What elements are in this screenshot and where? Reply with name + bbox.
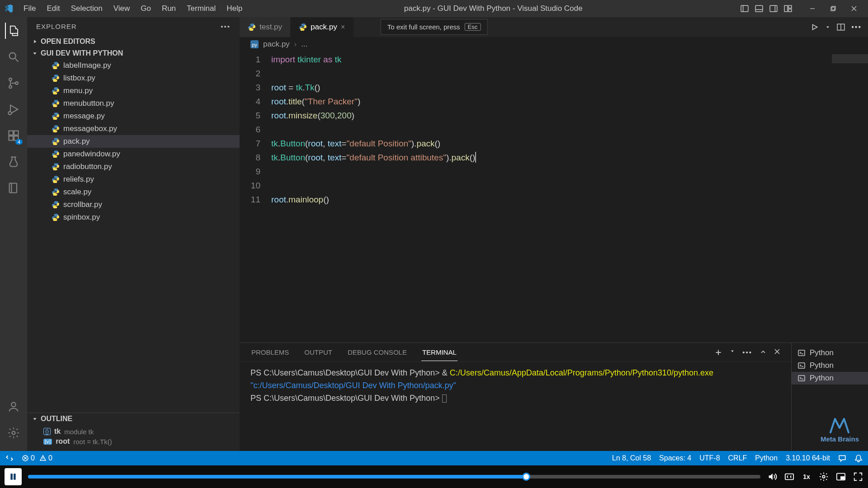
interpreter[interactable]: 3.10.10 64-bit: [786, 454, 830, 462]
fullscreen-icon[interactable]: [853, 471, 863, 482]
outline-item[interactable]: [ᴠ]rootroot = tk.Tk(): [43, 436, 231, 446]
references-icon[interactable]: [5, 180, 22, 196]
svg-point-16: [9, 78, 12, 81]
maximize-panel-icon[interactable]: [760, 348, 767, 357]
sidebar-title: EXPLORER: [36, 23, 77, 30]
close-tab-icon[interactable]: ×: [341, 23, 345, 31]
indentation[interactable]: Spaces: 4: [659, 454, 691, 462]
svg-point-27: [11, 403, 15, 407]
problems-indicator[interactable]: 0 0: [22, 454, 52, 462]
player-settings-icon[interactable]: [818, 471, 829, 482]
menu-edit[interactable]: Edit: [42, 2, 64, 15]
language-mode[interactable]: Python: [755, 454, 778, 462]
svg-rect-6: [784, 5, 788, 12]
panel-right-icon[interactable]: [769, 4, 778, 14]
account-icon[interactable]: [5, 399, 22, 415]
menu-view[interactable]: View: [109, 2, 135, 15]
pause-button[interactable]: [5, 468, 22, 485]
layout-icon[interactable]: [783, 4, 793, 14]
split-editor-icon[interactable]: [837, 23, 845, 31]
menu-selection[interactable]: Selection: [66, 2, 107, 15]
panel-tab-problems[interactable]: PROBLEMS: [250, 344, 290, 361]
feedback-icon[interactable]: [838, 454, 846, 462]
menu-terminal[interactable]: Terminal: [182, 2, 220, 15]
editor-tab[interactable]: test.py: [240, 17, 291, 37]
new-terminal-icon[interactable]: [714, 348, 722, 357]
testing-icon[interactable]: [5, 154, 22, 170]
playback-speed-icon[interactable]: 1x: [801, 471, 812, 482]
cursor-position[interactable]: Ln 8, Col 58: [612, 454, 651, 462]
panel-tab-debug-console[interactable]: DEBUG CONSOLE: [347, 344, 408, 361]
menu-run[interactable]: Run: [157, 2, 180, 15]
editor-tab[interactable]: pack.py×: [291, 17, 354, 37]
captions-icon[interactable]: [784, 471, 795, 482]
svg-rect-26: [9, 183, 17, 193]
terminal-dropdown-icon[interactable]: [730, 348, 735, 357]
run-debug-icon[interactable]: [5, 101, 22, 117]
eol[interactable]: CRLF: [728, 454, 747, 462]
progress-bar[interactable]: [28, 475, 760, 479]
search-icon[interactable]: [5, 49, 22, 65]
encoding[interactable]: UTF-8: [699, 454, 720, 462]
breadcrumb[interactable]: py pack.py › ...: [240, 37, 868, 52]
file-item[interactable]: menubutton.py: [27, 97, 240, 110]
terminal-instance[interactable]: Python: [792, 359, 868, 372]
svg-rect-10: [832, 6, 835, 10]
more-icon[interactable]: •••: [221, 23, 231, 30]
file-item[interactable]: reliefs.py: [27, 173, 240, 186]
settings-gear-icon[interactable]: [5, 425, 22, 441]
file-item[interactable]: spinbox.py: [27, 211, 240, 224]
file-item[interactable]: message.py: [27, 110, 240, 122]
pip-icon[interactable]: [835, 471, 846, 482]
run-dropdown-icon[interactable]: [825, 24, 830, 30]
file-item[interactable]: scale.py: [27, 186, 240, 198]
outline-item[interactable]: {}tkmodule tk: [43, 427, 231, 436]
restore-button[interactable]: [823, 0, 844, 17]
close-window-button[interactable]: [844, 0, 864, 17]
file-item[interactable]: messagebox.py: [27, 122, 240, 135]
menu-help[interactable]: Help: [222, 2, 247, 15]
terminal-instance[interactable]: Python: [792, 372, 868, 385]
source-control-icon[interactable]: [5, 75, 22, 91]
code-editor[interactable]: 1234567891011 import tkinter as tk root …: [240, 52, 832, 343]
panel-tab-terminal[interactable]: TERMINAL: [421, 344, 458, 361]
notifications-icon[interactable]: [854, 454, 863, 462]
open-editors-section[interactable]: OPEN EDITORS: [27, 36, 240, 47]
project-section[interactable]: GUI DEV WITH PYTHON: [27, 47, 240, 59]
svg-point-18: [15, 82, 18, 84]
file-item[interactable]: panedwindow.py: [27, 148, 240, 160]
editor-more-icon[interactable]: •••: [851, 23, 862, 31]
terminal[interactable]: PS C:\Users\Camus\Desktop\GUI Dev With P…: [240, 362, 791, 451]
file-item[interactable]: listbox.py: [27, 72, 240, 84]
breadcrumb-symbol: ...: [301, 40, 307, 49]
run-file-icon[interactable]: [811, 23, 819, 31]
panel-left-icon[interactable]: [740, 4, 750, 14]
svg-rect-8: [788, 9, 792, 12]
svg-marker-29: [813, 24, 817, 29]
progress-thumb[interactable]: [522, 473, 530, 481]
tabs-bar: test.pypack.py× •••: [240, 17, 868, 37]
file-item[interactable]: pack.py: [27, 135, 240, 148]
title-bar: FileEditSelectionViewGoRunTerminalHelp p…: [0, 0, 868, 17]
explorer-icon[interactable]: [5, 23, 21, 39]
remote-indicator[interactable]: [5, 454, 14, 462]
panel-more-icon[interactable]: •••: [742, 348, 752, 357]
panel-tab-output[interactable]: OUTPUT: [303, 344, 333, 361]
outline-section[interactable]: OUTLINE: [27, 413, 240, 425]
svg-point-14: [9, 53, 16, 59]
menu-file[interactable]: File: [19, 2, 40, 15]
extensions-badge: 4: [15, 139, 23, 145]
minimize-button[interactable]: [802, 0, 823, 17]
file-item[interactable]: radiobutton.py: [27, 160, 240, 173]
svg-rect-50: [841, 477, 844, 479]
volume-icon[interactable]: [767, 471, 778, 482]
extensions-icon[interactable]: 4: [5, 127, 22, 144]
terminal-instance[interactable]: Python: [792, 347, 868, 359]
file-item[interactable]: labelImage.py: [27, 59, 240, 72]
menu-go[interactable]: Go: [136, 2, 156, 15]
minimap[interactable]: [832, 52, 868, 343]
file-item[interactable]: scrollbar.py: [27, 198, 240, 211]
file-item[interactable]: menu.py: [27, 84, 240, 97]
panel-bottom-icon[interactable]: [754, 4, 764, 14]
close-panel-icon[interactable]: [774, 348, 780, 357]
